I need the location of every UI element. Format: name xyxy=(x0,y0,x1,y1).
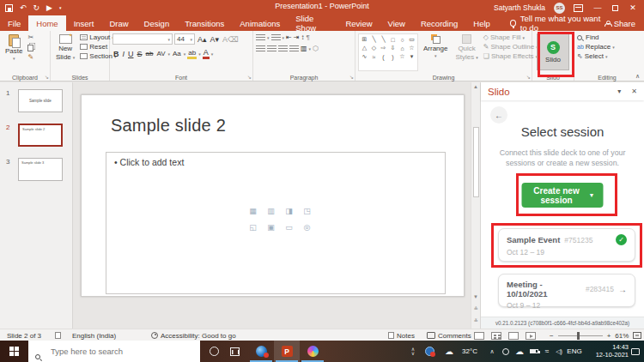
find-button[interactable]: Find xyxy=(577,33,615,41)
align-left-icon[interactable] xyxy=(256,45,265,52)
tray-browser-button[interactable] xyxy=(422,341,437,362)
zoom-in-icon[interactable]: + xyxy=(607,332,611,340)
taskbar-app-edge[interactable] xyxy=(248,341,274,362)
next-slide-icon[interactable]: ≚ xyxy=(471,317,480,323)
arrow-shape-icon[interactable]: ╲ xyxy=(379,35,388,44)
triangle-shape-icon[interactable]: △ xyxy=(360,44,369,52)
onedrive-icon[interactable]: ☁ xyxy=(513,341,526,362)
tab-insert[interactable]: Insert xyxy=(66,15,102,31)
normal-view-icon[interactable] xyxy=(474,332,484,340)
new-slide-button[interactable]: New Slide▾ xyxy=(53,33,77,71)
insert-3d-model-icon[interactable]: ◳ xyxy=(298,202,316,219)
line-spacing-icon[interactable]: ↕ xyxy=(301,33,304,41)
textbox-shape-icon[interactable]: ⊞ xyxy=(360,35,369,44)
character-spacing-button[interactable]: AV xyxy=(155,50,166,57)
minimize-button[interactable]: — xyxy=(592,3,604,12)
tab-home[interactable]: Home xyxy=(28,15,65,31)
slideshow-view-icon[interactable] xyxy=(526,332,536,340)
notes-toggle[interactable]: Notes xyxy=(388,329,415,341)
tab-recording[interactable]: Recording xyxy=(413,15,465,31)
change-case-button[interactable]: Aa xyxy=(172,50,182,57)
start-button[interactable] xyxy=(0,341,28,362)
zoom-slider[interactable] xyxy=(558,335,603,336)
increase-font-size-icon[interactable]: A▴ xyxy=(197,35,208,44)
thumbnail-slide-1[interactable]: 1 Sample slide xyxy=(0,89,72,113)
text-direction-icon[interactable]: ¶ xyxy=(306,33,309,41)
line-shape-icon[interactable]: ╲ xyxy=(369,35,379,44)
tray-clock-icon[interactable] xyxy=(500,341,512,362)
thumbnail-3-preview[interactable]: Sample slide 3 xyxy=(18,158,63,181)
tell-me-box[interactable]: Tell me what you want to do xyxy=(510,15,605,31)
tab-review[interactable]: Review xyxy=(337,15,380,31)
language-indicator[interactable]: English (India) xyxy=(72,329,116,341)
columns-icon[interactable]: ▥ xyxy=(301,45,307,52)
tab-animations[interactable]: Animations xyxy=(232,15,288,31)
insert-table-icon[interactable]: ▦ xyxy=(244,202,262,219)
taskbar-app-powerpoint[interactable]: P xyxy=(274,341,300,362)
font-name-combo[interactable]: ▾ xyxy=(112,33,173,45)
zoom-level[interactable]: 61% xyxy=(615,332,629,340)
right-brace-shape-icon[interactable]: ) xyxy=(388,52,398,61)
account-name[interactable]: Satyarth Shukla xyxy=(494,3,545,12)
create-new-session-button[interactable]: Create new session ▼ xyxy=(522,183,604,208)
underline-button[interactable]: U xyxy=(127,50,135,58)
scroll-down-icon[interactable]: ▼ xyxy=(471,294,480,299)
pane-options-icon[interactable]: ▾ xyxy=(617,87,621,95)
arrange-button[interactable]: Arrange▾ xyxy=(421,33,450,71)
shape-effects-button[interactable]: ❏Shape Effects▾ xyxy=(483,52,538,60)
decrease-font-size-icon[interactable]: A▾ xyxy=(210,35,221,44)
format-painter-icon[interactable]: ✎ xyxy=(27,53,35,61)
tab-design[interactable]: Design xyxy=(137,15,178,31)
scrollbar-thumb[interactable] xyxy=(473,127,479,197)
open-session-arrow-icon[interactable]: → xyxy=(618,285,627,294)
tab-transitions[interactable]: Transitions xyxy=(177,15,232,31)
rounded-rect-shape-icon[interactable]: ▭ xyxy=(407,35,416,44)
strikethrough-button[interactable]: ab xyxy=(145,50,155,57)
right-arrow-shape-icon[interactable]: ⇨ xyxy=(379,44,388,52)
font-size-combo[interactable]: 44▾ xyxy=(174,33,195,45)
select-button[interactable]: ⇖Select▾ xyxy=(577,52,615,60)
cut-icon[interactable]: ✂ xyxy=(27,33,35,41)
clear-formatting-icon[interactable]: A⌫ xyxy=(222,35,240,44)
font-dialog-launcher[interactable]: ↘ xyxy=(247,74,252,80)
task-view-button[interactable] xyxy=(225,341,244,362)
insert-chart-icon[interactable]: ▥ xyxy=(262,202,280,219)
paste-dropdown-icon[interactable]: ▾ xyxy=(13,56,15,61)
taskbar-search-input[interactable] xyxy=(28,341,200,362)
taskbar-app-paint3d[interactable] xyxy=(300,341,325,362)
shape-fill-button[interactable]: ◇Shape Fill▾ xyxy=(483,33,538,41)
clipboard-dialog-launcher[interactable]: ↘ xyxy=(45,74,49,80)
scroll-up-icon[interactable]: ▲ xyxy=(471,84,480,89)
thumbnail-2-preview[interactable]: Sample slide 2 xyxy=(18,124,63,147)
thumbnail-slide-3[interactable]: 3 Sample slide 3 xyxy=(0,158,72,182)
italic-button[interactable]: I xyxy=(122,50,126,58)
create-session-dropdown-icon[interactable]: ▼ xyxy=(589,192,595,198)
oval-shape-icon[interactable]: ○ xyxy=(398,35,407,44)
battery-icon[interactable] xyxy=(527,341,541,362)
weather-icon[interactable]: ☁ xyxy=(442,341,456,362)
home-shape-icon[interactable]: ⌂ xyxy=(398,44,407,52)
ribbon-display-options-icon[interactable] xyxy=(574,4,583,12)
tab-view[interactable]: View xyxy=(380,15,413,31)
highlight-color-icon[interactable]: ab xyxy=(187,49,197,59)
slide-canvas[interactable]: Sample slide 2 • Click to add text ▦ ▥ ◨… xyxy=(81,94,465,297)
star2-shape-icon[interactable]: ☆ xyxy=(398,52,407,61)
convert-smartart-icon[interactable]: ⬡ xyxy=(313,45,319,52)
shadow-button[interactable]: S xyxy=(137,50,143,58)
paste-button[interactable]: Paste ▾ xyxy=(3,33,25,71)
curve-shape-icon[interactable]: ≈ xyxy=(369,52,379,61)
shapes-gallery[interactable]: ⊞ ╲ ╲ □ ○ ▭ △ ◇ ⇨ ⇩ ⌂ ☆ ∿ ≈ xyxy=(358,33,418,71)
quick-styles-button[interactable]: Quick Styles▾ xyxy=(453,33,480,71)
comments-toggle[interactable]: Comments xyxy=(427,329,471,341)
font-color-button[interactable]: A xyxy=(203,48,210,59)
bullets-icon[interactable] xyxy=(256,34,265,41)
justify-icon[interactable] xyxy=(289,45,299,52)
insert-video-icon[interactable]: ▭ xyxy=(280,219,298,235)
tab-file[interactable]: File xyxy=(0,15,28,31)
avatar[interactable]: SS xyxy=(554,3,565,14)
collapse-ribbon-icon[interactable]: ∧ xyxy=(635,73,640,80)
session-card-meeting[interactable]: Meeting - 10/10/2021 #283415 → Oct 9 – 1… xyxy=(498,274,635,307)
numbering-icon[interactable] xyxy=(271,34,281,41)
more-shapes-icon[interactable]: ▾ xyxy=(407,52,416,61)
bold-button[interactable]: B xyxy=(112,50,120,58)
